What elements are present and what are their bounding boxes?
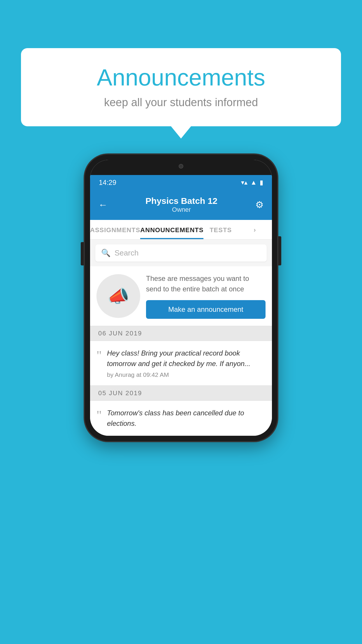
promo-description: These are messages you want to send to t… [146, 273, 266, 294]
header-title-block: Physics Batch 12 Owner [108, 196, 255, 214]
date-separator-2: 05 JUN 2019 [90, 386, 272, 401]
speech-bubble-container: Announcements keep all your students inf… [21, 48, 341, 126]
announcement-content-1: Hey class! Bring your practical record b… [107, 348, 266, 378]
tabs-bar: ASSIGNMENTS ANNOUNCEMENTS TESTS › [90, 220, 272, 240]
announcement-item-1: " Hey class! Bring your practical record… [90, 341, 272, 386]
tab-assignments[interactable]: ASSIGNMENTS [90, 220, 140, 239]
speech-bubble-title: Announcements [38, 64, 324, 91]
announcement-text-2[interactable]: Tomorrow's class has been cancelled due … [107, 408, 266, 429]
announcement-text-1[interactable]: Hey class! Bring your practical record b… [107, 348, 266, 369]
announcement-content-2: Tomorrow's class has been cancelled due … [107, 408, 266, 429]
status-time: 14:29 [99, 178, 116, 187]
quote-icon-2: " [96, 409, 102, 422]
date-separator-1: 06 JUN 2019 [90, 326, 272, 341]
camera-dot [179, 164, 183, 169]
signal-icon: ▲ [250, 179, 257, 186]
header-subtitle: Owner [108, 206, 255, 214]
tab-tests[interactable]: TESTS [203, 220, 238, 239]
header-title: Physics Batch 12 [108, 196, 255, 206]
gear-icon[interactable]: ⚙ [255, 199, 264, 210]
search-bar[interactable]: 🔍 Search [95, 244, 267, 262]
tab-more[interactable]: › [238, 220, 272, 239]
status-icons: ▾▴ ▲ ▮ [241, 179, 263, 186]
search-placeholder: Search [115, 249, 138, 258]
speech-bubble-subtitle: keep all your students informed [38, 96, 324, 109]
search-container: 🔍 Search [90, 240, 272, 266]
announcement-meta-1: by Anurag at 09:42 AM [107, 371, 266, 378]
announcement-item-2: " Tomorrow's class has been cancelled du… [90, 401, 272, 436]
phone-mockup: 14:29 ▾▴ ▲ ▮ ← Physics Batch 12 Owner ⚙ … [85, 155, 277, 441]
status-bar: 14:29 ▾▴ ▲ ▮ [90, 175, 272, 190]
megaphone-icon: 📣 [108, 286, 129, 307]
phone-notch [90, 160, 272, 175]
tab-announcements[interactable]: ANNOUNCEMENTS [140, 220, 203, 239]
back-button[interactable]: ← [98, 200, 108, 210]
speech-bubble: Announcements keep all your students inf… [21, 48, 341, 126]
make-announcement-button[interactable]: Make an announcement [146, 300, 266, 319]
promo-icon-circle: 📣 [96, 274, 140, 318]
wifi-icon: ▾▴ [241, 179, 247, 186]
phone-screen: 14:29 ▾▴ ▲ ▮ ← Physics Batch 12 Owner ⚙ … [90, 160, 272, 436]
promo-block: 📣 These are messages you want to send to… [90, 266, 272, 326]
phone-outer: 14:29 ▾▴ ▲ ▮ ← Physics Batch 12 Owner ⚙ … [85, 155, 277, 441]
search-icon: 🔍 [101, 249, 110, 258]
battery-icon: ▮ [260, 179, 263, 186]
notch-cutout [155, 160, 207, 173]
quote-icon-1: " [96, 349, 102, 362]
app-header: ← Physics Batch 12 Owner ⚙ [90, 190, 272, 220]
promo-content: These are messages you want to send to t… [146, 273, 266, 319]
